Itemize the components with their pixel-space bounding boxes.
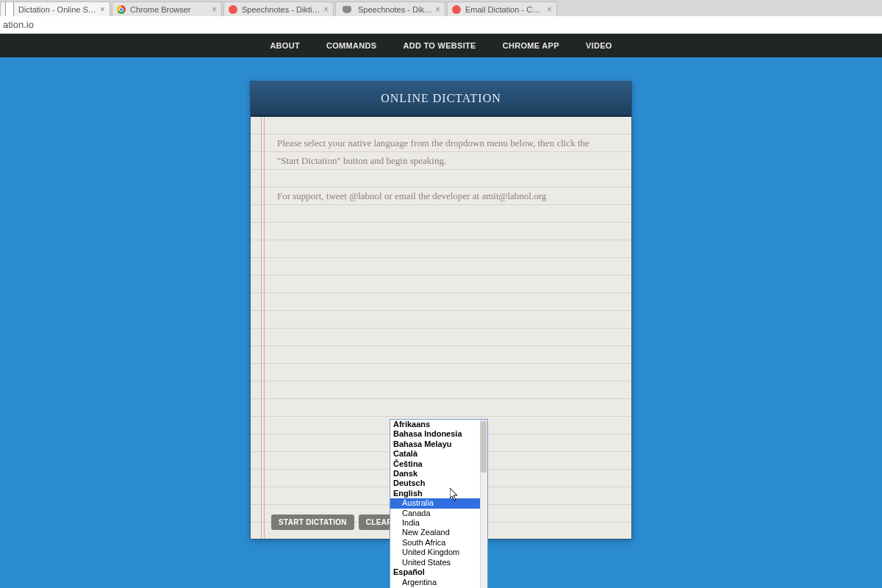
start-dictation-button[interactable]: START DICTATION: [271, 514, 354, 530]
language-listbox[interactable]: AfrikaansBahasa IndonesiaBahasa MelayuCa…: [390, 419, 488, 588]
reddot-favicon-icon: [452, 5, 461, 14]
scrollbar-thumb[interactable]: [481, 421, 487, 473]
card-title: ONLINE DICTATION: [251, 82, 631, 117]
nav-link-about[interactable]: ABOUT: [270, 41, 300, 50]
close-icon[interactable]: ×: [432, 4, 440, 15]
mic-favicon-icon: [343, 6, 351, 13]
page-body: ONLINE DICTATION Please select your nati…: [0, 57, 882, 588]
page-favicon-icon: [5, 1, 14, 16]
language-option[interactable]: South Africa: [390, 538, 480, 548]
nav-link-commands[interactable]: COMMANDS: [326, 41, 376, 50]
language-option[interactable]: India: [390, 518, 480, 528]
language-option-group[interactable]: Afrikaans: [390, 420, 480, 429]
instruction-text: Please select your native language from …: [277, 135, 611, 170]
listbox-scrollbar[interactable]: [480, 420, 487, 588]
language-option[interactable]: United States: [390, 558, 480, 567]
language-option[interactable]: Canada: [390, 509, 480, 518]
browser-tab[interactable]: Dictation - Online Speech×: [0, 1, 110, 16]
language-option[interactable]: United Kingdom: [390, 548, 480, 557]
language-option-group[interactable]: Català: [390, 449, 480, 459]
close-icon[interactable]: ×: [320, 4, 329, 15]
chrome-favicon-icon: [117, 5, 126, 14]
browser-tab[interactable]: Speechnotes - Diktier-No×: [335, 1, 445, 16]
language-option-group[interactable]: Bahasa Melayu: [390, 440, 480, 449]
close-icon[interactable]: ×: [209, 4, 217, 15]
url-fragment: ation.io: [3, 19, 34, 30]
nav-link-chrome-app[interactable]: CHROME APP: [503, 41, 559, 50]
language-option[interactable]: Argentina: [390, 578, 480, 587]
language-dropdown[interactable]: AfrikaansBahasa IndonesiaBahasa MelayuCa…: [390, 419, 488, 588]
language-option[interactable]: Australia: [390, 498, 480, 508]
nav-link-add-to-website[interactable]: ADD TO WEBSITE: [403, 41, 476, 50]
browser-tab[interactable]: Email Dictation - Chrome×: [447, 1, 557, 16]
reddot-favicon-icon: [229, 5, 237, 14]
browser-tab[interactable]: Speechnotes - Diktier-No×: [223, 1, 334, 16]
language-option-group[interactable]: Deutsch: [390, 478, 480, 488]
tab-title: Email Dictation - Chrome: [465, 5, 544, 14]
language-option-group[interactable]: Dansk: [390, 469, 480, 478]
language-option[interactable]: New Zealand: [390, 528, 480, 537]
top-nav: ABOUTCOMMANDSADD TO WEBSITECHROME APPVID…: [0, 34, 882, 57]
browser-tabstrip: Dictation - Online Speech×Chrome Browser…: [0, 0, 882, 16]
browser-tab[interactable]: Chrome Browser×: [112, 1, 222, 16]
close-icon[interactable]: ×: [97, 4, 105, 15]
tab-title: Speechnotes - Diktier-No: [242, 5, 320, 14]
tab-title: Dictation - Online Speech: [18, 5, 97, 14]
language-option-group[interactable]: English: [390, 489, 480, 498]
tab-title: Chrome Browser: [130, 5, 209, 14]
address-bar[interactable]: ation.io: [0, 16, 882, 34]
language-option-group[interactable]: Bahasa Indonesia: [390, 429, 480, 439]
close-icon[interactable]: ×: [544, 4, 552, 15]
support-text: For support, tweet @labnol or email the …: [277, 187, 611, 205]
language-option-group[interactable]: Español: [390, 567, 480, 577]
nav-link-video[interactable]: VIDEO: [586, 41, 612, 50]
language-option-group[interactable]: Čeština: [390, 459, 480, 469]
tab-title: Speechnotes - Diktier-No: [358, 5, 432, 14]
